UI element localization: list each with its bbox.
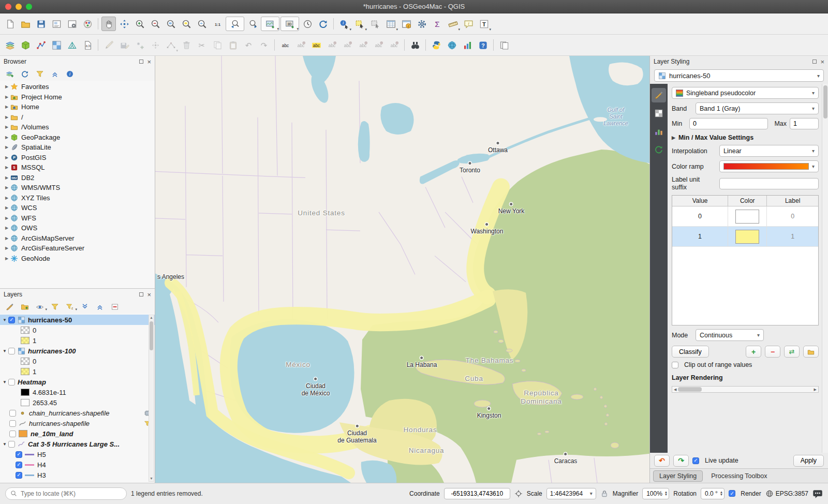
redo-icon[interactable]: ↷ ▾	[257, 38, 271, 52]
apply-button[interactable]: Apply	[793, 455, 824, 467]
map-tips-icon[interactable]: ▾	[461, 17, 476, 31]
history-tab-icon[interactable]	[652, 142, 666, 157]
browser-item-postgis[interactable]: ▶ PostGIS	[0, 153, 155, 163]
layer-visibility-checkbox[interactable]	[16, 472, 22, 479]
layer-visibility-checkbox[interactable]	[16, 462, 22, 468]
redo-style-button[interactable]: ↷	[673, 455, 689, 467]
new-project-icon[interactable]: ▾	[3, 17, 17, 31]
browser-item-arcgis-map-server[interactable]: ▶ ArcGisMapServer	[0, 233, 155, 244]
tab-processing-toolbox[interactable]: Processing Toolbox	[705, 470, 773, 482]
identify-features-icon[interactable]: ▾	[337, 17, 351, 31]
color-map-row-1[interactable]: 1 1	[672, 227, 818, 247]
expand-arrow-icon[interactable]: ▼	[1, 349, 8, 353]
legend-entry-hurricanes-100-1[interactable]: 1	[0, 366, 155, 377]
locate-search[interactable]	[5, 487, 127, 500]
legend-entry-heatmap-max[interactable]: 2653.45	[0, 397, 155, 408]
layer-item-h4[interactable]: H4	[0, 459, 155, 470]
remove-value-button[interactable]: −	[765, 346, 780, 358]
add-mesh-layer-icon[interactable]: ▾	[65, 38, 79, 52]
clip-range-checkbox[interactable]: Clip out of range values	[672, 361, 819, 368]
tab-layer-styling[interactable]: Layer Styling	[653, 470, 703, 482]
vertex-tool-icon[interactable]: ▾	[164, 38, 178, 52]
python-console-icon[interactable]: ▾	[429, 38, 443, 52]
copy-features-icon[interactable]: ▾	[210, 38, 225, 52]
band-combo[interactable]: Band 1 (Gray) ▾	[696, 102, 819, 114]
histogram-tab-icon[interactable]	[652, 124, 666, 139]
add-raster-layer-icon[interactable]: ▾	[49, 38, 64, 52]
layer-item-chain-hurricanes-shapefile[interactable]: chain_hurricanes-shapefile	[0, 408, 155, 418]
layer-item-h3[interactable]: H3	[0, 470, 155, 480]
load-color-map-button[interactable]: ⇄	[784, 346, 800, 358]
minmax-settings-toggle[interactable]: ▶ Min / Max Value Settings	[672, 134, 819, 141]
spinner-arrows-icon[interactable]: ▲▼	[664, 491, 668, 495]
close-window-button[interactable]	[5, 4, 11, 10]
delete-selected-icon[interactable]: ▾	[179, 38, 194, 52]
measure-icon[interactable]: ▾	[446, 17, 460, 31]
coordinate-input[interactable]	[444, 488, 510, 499]
browser-item-geonode[interactable]: ▶ GeoNode	[0, 254, 155, 264]
layer-item-cat-3-5-hurricanes[interactable]: ▼ Cat 3-5 Hurricanes Large S...	[0, 439, 155, 449]
scrollbar-thumb[interactable]	[150, 321, 153, 350]
cut-features-icon[interactable]: ✂ ▾	[195, 38, 209, 52]
open-layer-styling-icon[interactable]: ▾	[5, 302, 15, 312]
zoom-full-extent-icon[interactable]: ▾	[164, 17, 178, 31]
browser-item-geopackage[interactable]: ▶ GeoPackage	[0, 132, 155, 143]
remove-layer-icon[interactable]: ▾	[110, 302, 120, 312]
layout-manager-icon[interactable]: ▾	[65, 17, 79, 31]
rotate-label-icon[interactable]: ▾	[371, 38, 386, 52]
expand-arrow-icon[interactable]: ▼	[1, 318, 8, 322]
map-canvas[interactable]: Gulf of Saint Lawrence Ottawa Toronto Ne…	[155, 56, 649, 483]
load-from-file-button[interactable]	[803, 346, 819, 358]
minimize-window-button[interactable]	[16, 4, 22, 10]
layer-item-hurricanes-50[interactable]: ▼ hurricanes-50	[0, 315, 155, 325]
browser-item-home[interactable]: ▶ Home	[0, 102, 155, 112]
text-annotation-icon[interactable]: ▾	[477, 17, 491, 31]
zoom-out-icon[interactable]: ▾	[148, 17, 162, 31]
save-layer-edits-icon[interactable]: ▾	[117, 38, 131, 52]
horizontal-scrollbar[interactable]: ◀ ▶	[672, 386, 819, 393]
refresh-map-icon[interactable]: ▾	[316, 17, 330, 31]
filter-legend-icon[interactable]: ▾	[50, 302, 60, 312]
layer-item-hurricanes-100[interactable]: ▼ hurricanes-100	[0, 346, 155, 356]
legend-entry-hurricanes-50-0[interactable]: 0	[0, 325, 155, 335]
duplicate-layout-icon[interactable]: ▾	[497, 38, 511, 52]
add-value-button[interactable]: +	[746, 346, 761, 358]
layers-scrollbar[interactable]: ▲ ▼	[149, 315, 154, 482]
expand-arrow-icon[interactable]: ▼	[1, 442, 8, 447]
render-checkbox[interactable]: Render	[729, 490, 761, 497]
magnifier-spinner[interactable]: 100% ▲▼	[642, 488, 669, 499]
statistical-summary-icon[interactable]: Σ ▾	[430, 17, 445, 31]
interpolation-combo[interactable]: Linear ▾	[719, 145, 819, 157]
rotation-spinner[interactable]: 0.0 ° ▲▼	[701, 488, 724, 499]
new-3d-map-view-icon[interactable]: ▾	[280, 17, 299, 31]
classify-button[interactable]: Classify	[672, 346, 709, 358]
layer-visibility-checkbox[interactable]	[8, 379, 15, 386]
styling-layer-combo[interactable]: hurricanes-50 ▾	[654, 69, 824, 82]
live-update-checkbox[interactable]: Live update	[692, 457, 738, 464]
close-panel-icon[interactable]: ×	[147, 58, 151, 65]
zoom-last-icon[interactable]: ▾	[226, 17, 244, 31]
new-print-layout-icon[interactable]: ▾	[49, 17, 64, 31]
color-ramp-combo[interactable]: ▾	[719, 160, 819, 172]
browser-item-arcgis-feature-server[interactable]: ▶ ArcGisFeatureServer	[0, 243, 155, 254]
layer-visibility-checkbox[interactable]	[8, 317, 15, 323]
browser-item-volumes[interactable]: ▶ /Volumes	[0, 122, 155, 132]
browser-item-mssql[interactable]: ▶ MSSQL	[0, 162, 155, 173]
scroll-left-icon[interactable]: ◀	[672, 388, 678, 392]
data-source-manager-icon[interactable]: ▾	[3, 38, 17, 52]
add-selected-layers-icon[interactable]: ▾	[5, 69, 15, 79]
scrollbar-thumb[interactable]	[678, 387, 702, 392]
browser-item-favorites[interactable]: ▶ Favorites	[0, 82, 155, 92]
show-hide-labels-icon[interactable]: ▾	[340, 38, 354, 52]
open-project-icon[interactable]: ▾	[18, 17, 33, 31]
pin-labels-icon[interactable]: ▾	[324, 38, 339, 52]
new-map-view-icon[interactable]: ▾	[261, 17, 279, 31]
close-panel-icon[interactable]: ×	[147, 291, 151, 298]
save-project-icon[interactable]: ▾	[34, 17, 48, 31]
deselect-features-icon[interactable]: ▾	[368, 17, 382, 31]
layer-visibility-checkbox[interactable]	[9, 420, 16, 427]
add-vector-layer-icon[interactable]: ▾	[34, 38, 48, 52]
browser-item-wfs[interactable]: ▶ WFS	[0, 213, 155, 224]
browser-item-ows[interactable]: ▶ OWS	[0, 223, 155, 233]
profile-plot-icon[interactable]: ▾	[460, 38, 475, 52]
